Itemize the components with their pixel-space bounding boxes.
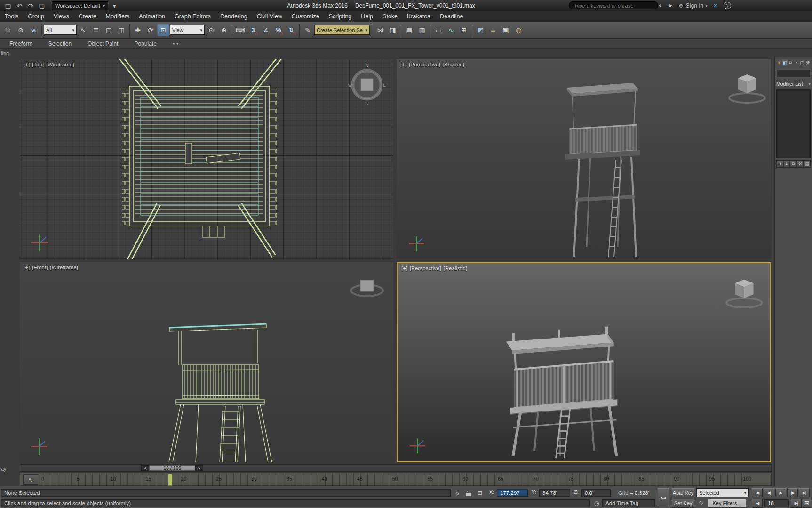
keyboard-shortcut-override-icon[interactable]: ⌨ [234, 24, 247, 36]
compass-south-label[interactable]: S [366, 102, 368, 106]
menu-item[interactable]: Graph Editors [170, 11, 215, 22]
compass-north-label[interactable]: N [365, 63, 368, 68]
menu-item[interactable]: Krakatoa [402, 11, 435, 22]
ribbon-options-button[interactable]: ● ▾ [173, 41, 178, 46]
viewport-perspective-realistic-canvas[interactable] [398, 263, 770, 461]
help-icon[interactable]: ? [724, 2, 731, 9]
percent-snap-toggle-icon[interactable]: % ∩ [272, 24, 285, 36]
viewport-view-menu[interactable]: [Front] [32, 265, 48, 270]
project-folder-icon[interactable]: ▤ [37, 1, 47, 10]
view-cube[interactable] [729, 74, 765, 103]
track-bar[interactable]: ∿ 05101520253035404550556065707580859095… [20, 473, 772, 486]
select-and-rotate-icon[interactable]: ⟳ [144, 24, 157, 36]
viewport-view-menu[interactable]: [Perspective] [410, 266, 441, 271]
communication-center-icon[interactable]: ✕ [713, 2, 718, 9]
modifier-list-dropdown[interactable]: Modifier List ▾ [776, 81, 811, 87]
trackbar-ruler[interactable]: 0510152025303540455055606570758085909510… [43, 473, 747, 485]
motion-tab-icon[interactable]: ◔ [794, 59, 799, 66]
ribbon-tab-selection[interactable]: Selection [48, 40, 72, 47]
workspace-dropdown[interactable]: Workspace: Default ▾ [52, 1, 108, 10]
time-slider-handle[interactable]: < 18 / 100 > [141, 465, 203, 471]
select-and-scale-icon[interactable]: ⊡ [157, 24, 169, 36]
current-frame-marker[interactable] [168, 474, 172, 486]
utilities-tab-icon[interactable]: ⚒ [805, 59, 811, 66]
isolate-selection-icon[interactable]: ☼ [453, 489, 462, 497]
compass-east-label[interactable]: E [383, 83, 386, 88]
select-and-move-icon[interactable]: ✚ [132, 24, 144, 36]
go-to-start-button[interactable]: |◀ [752, 488, 763, 497]
selection-filter-dropdown[interactable]: All ▾ [44, 25, 77, 35]
configure-modifier-sets-icon[interactable]: ▤ [804, 160, 811, 168]
menu-item[interactable]: Civil View [252, 11, 287, 22]
named-selection-set-dropdown[interactable]: Create Selection Se ▾ [314, 25, 370, 35]
play-animation-button[interactable]: ▶ [775, 488, 786, 497]
go-to-end-button[interactable]: ▶| [799, 488, 810, 497]
z-coordinate-field[interactable]: 0.0' [581, 489, 611, 497]
material-editor-icon[interactable]: ◩ [474, 24, 486, 36]
use-pivot-point-center-icon[interactable]: ⊙ [205, 24, 217, 36]
angle-snap-toggle-icon[interactable]: ∠ ∩ [260, 24, 272, 36]
add-time-tag-field[interactable]: Add Time Tag [602, 499, 655, 507]
time-slider-track[interactable]: < 18 / 100 > [20, 464, 772, 472]
viewport-perspective-shaded-canvas[interactable] [397, 59, 771, 259]
modify-tab-icon[interactable]: ◧ [782, 59, 788, 66]
search-input[interactable] [569, 1, 658, 9]
manage-layers-icon[interactable]: ▤ [403, 24, 415, 36]
auto-key-button[interactable]: Auto Key [672, 488, 694, 497]
viewport-front[interactable]: [+] [Front] [Wireframe] [20, 262, 393, 462]
y-coordinate-field[interactable]: 84.78' [539, 489, 570, 497]
menu-item[interactable]: Group [23, 11, 49, 22]
menu-item[interactable]: Customize [287, 11, 324, 22]
snaps-toggle-3d-icon[interactable]: 3 ∩ [247, 24, 259, 36]
view-compass[interactable]: N W S E [348, 63, 386, 106]
unlink-selection-icon[interactable]: ⊘ [15, 24, 27, 36]
mini-curve-editor-button[interactable]: ∿ [23, 474, 38, 485]
view-cube[interactable] [726, 280, 762, 307]
viewport-front-canvas[interactable] [20, 262, 393, 462]
ribbon-toggle-icon[interactable]: ▭ [432, 24, 445, 36]
select-and-link-icon[interactable]: ⧉ [2, 24, 14, 36]
schematic-view-icon[interactable]: ⊞ [458, 24, 470, 36]
hierarchy-tab-icon[interactable]: ⧉ [788, 59, 793, 66]
reference-coordinate-dropdown[interactable]: View ▾ [170, 25, 205, 35]
select-and-manipulate-icon[interactable]: ⊕ [218, 24, 230, 36]
viewport-menu-plus[interactable]: [+] [401, 266, 407, 271]
curve-editor-icon[interactable]: ∿ [445, 24, 457, 36]
viewport-perspective-shaded[interactable]: [+] [Perspective] [Shaded] [397, 59, 771, 259]
viewport-view-menu[interactable]: [Top] [32, 62, 44, 67]
edit-named-selection-sets-icon[interactable]: ✎ [302, 24, 314, 36]
viewport-shading-menu[interactable]: [Shaded] [443, 62, 464, 67]
default-in-out-tangent-icon[interactable]: ∿ [696, 499, 706, 507]
scene-explorer-icon[interactable]: ▥ [416, 24, 428, 36]
viewport-view-menu[interactable]: [Perspective] [409, 62, 440, 67]
rendered-frame-window-icon[interactable]: ▣ [500, 24, 512, 36]
search-icon[interactable]: ⌖ [659, 2, 662, 9]
undo-icon[interactable]: ↶ [14, 1, 24, 10]
window-crossing-toggle-icon[interactable]: ◫ [115, 24, 127, 36]
menu-item[interactable]: Animation [134, 11, 170, 22]
viewport-top[interactable]: [+] [Top] [Wireframe] [20, 59, 393, 259]
next-frame-arrow[interactable]: > [195, 465, 203, 471]
save-file-icon[interactable]: ◫ [3, 1, 13, 10]
menu-item[interactable]: Create [74, 11, 101, 22]
menu-item[interactable]: Rendering [215, 11, 252, 22]
viewport-shading-menu[interactable]: [Wireframe] [46, 62, 74, 67]
ribbon-tab-populate[interactable]: Populate [134, 40, 156, 47]
create-tab-icon[interactable]: ☀ [776, 59, 782, 66]
viewport-shading-menu[interactable]: [Wireframe] [50, 265, 78, 270]
display-tab-icon[interactable]: ▢ [799, 59, 805, 66]
key-filters-button[interactable]: Key Filters... [708, 499, 746, 508]
object-name-field[interactable] [777, 70, 810, 77]
make-unique-icon[interactable]: ⧉ [790, 160, 797, 168]
key-mode-selected-dropdown[interactable]: Selected ▾ [696, 488, 749, 497]
modifier-stack[interactable] [776, 89, 811, 158]
select-by-name-icon[interactable]: ≣ [90, 24, 102, 36]
favorites-star-icon[interactable]: ★ [668, 2, 673, 9]
viewport-perspective-realistic[interactable]: [+] [Perspective] [Realistic] [397, 262, 771, 462]
viewport-top-canvas[interactable]: N W S E [20, 59, 393, 259]
set-key-button[interactable]: Set Key [672, 499, 694, 508]
viewport-shading-menu[interactable]: [Realistic] [444, 266, 467, 271]
redo-icon[interactable]: ↷ [25, 1, 36, 10]
menu-item[interactable]: Tools [0, 11, 23, 22]
render-production-icon[interactable]: ◍ [512, 24, 525, 36]
